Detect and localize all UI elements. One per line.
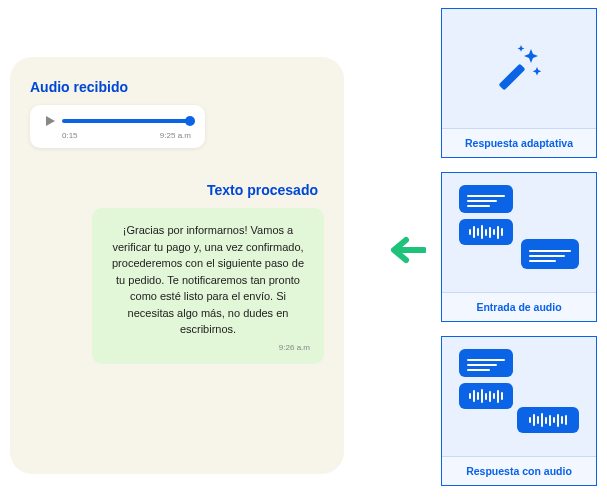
transcribed-message: ¡Gracias por informarnos! Vamos a verifi…	[92, 208, 324, 364]
feature-card-audio-out[interactable]: Respuesta con audio	[441, 336, 597, 486]
audio-input-icon	[459, 185, 579, 280]
magic-wand-icon	[491, 39, 547, 99]
arrow-left-icon	[390, 236, 426, 268]
svg-rect-2	[499, 63, 526, 90]
message-timestamp: 9:26 a.m	[106, 342, 310, 354]
message-body: ¡Gracias por informarnos! Vamos a verifi…	[106, 222, 310, 338]
feature-label: Respuesta adaptativa	[442, 128, 596, 157]
audio-progress-knob[interactable]	[185, 116, 195, 126]
audio-received-title: Audio recibido	[30, 79, 324, 95]
feature-label: Respuesta con audio	[442, 456, 596, 485]
processed-text-title: Texto procesado	[30, 182, 318, 198]
feature-card-adaptive[interactable]: Respuesta adaptativa	[441, 8, 597, 158]
audio-output-icon	[459, 349, 579, 444]
audio-progress-track[interactable]	[62, 119, 191, 123]
chat-preview-card: Audio recibido 0:15 9:25 a.m Texto proce…	[10, 57, 344, 474]
feature-cards: Respuesta adaptativa	[441, 8, 597, 486]
audio-timestamp: 9:25 a.m	[160, 131, 191, 140]
audio-elapsed: 0:15	[62, 131, 78, 140]
audio-message: 0:15 9:25 a.m	[30, 105, 205, 148]
feature-card-audio-in[interactable]: Entrada de audio	[441, 172, 597, 322]
svg-marker-0	[46, 116, 55, 126]
play-icon[interactable]	[44, 115, 56, 127]
feature-label: Entrada de audio	[442, 292, 596, 321]
